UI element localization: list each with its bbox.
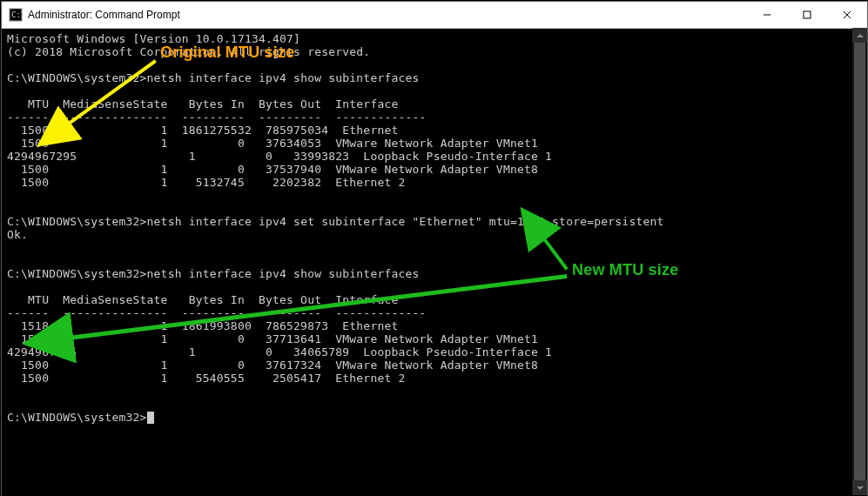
response-ok: Ok. [7, 228, 28, 241]
command-show-2: netsh interface ipv4 show subinterfaces [147, 267, 420, 280]
scroll-track[interactable] [852, 43, 867, 480]
prompt: C:\WINDOWS\system32> [7, 215, 147, 228]
vertical-scrollbar[interactable] [852, 28, 867, 495]
table-header: MTU MediaSenseState Bytes In Bytes Out I… [7, 97, 399, 111]
prompt: C:\WINDOWS\system32> [7, 411, 147, 424]
version-line: Microsoft Windows [Version 10.0.17134.40… [7, 32, 300, 45]
window-controls [747, 2, 867, 28]
window-title: Administrator: Command Prompt [28, 9, 747, 21]
maximize-button[interactable] [787, 2, 827, 28]
table-row: 1500 1 0 37617324 VMware Network Adapter… [7, 359, 538, 372]
scroll-thumb[interactable] [854, 43, 865, 480]
table-row: 1518 1 1861993800 786529873 Ethernet [7, 319, 399, 332]
cursor [147, 412, 154, 424]
copyright-line: (c) 2018 Microsoft Corporation. All righ… [7, 45, 370, 58]
prompt: C:\WINDOWS\system32> [7, 71, 147, 84]
table-row: 1500 1 5540555 2505417 Ethernet 2 [7, 372, 406, 385]
table-row: 1500 1 0 37537940 VMware Network Adapter… [7, 163, 538, 176]
svg-text:C:\: C:\ [11, 10, 23, 19]
command-show-1: netsh interface ipv4 show subinterfaces [147, 71, 420, 84]
titlebar[interactable]: C:\ Administrator: Command Prompt [2, 2, 867, 29]
table-row: 4294967295 1 0 34065789 Loopback Pseudo-… [7, 345, 552, 359]
table-row: 4294967295 1 0 33993823 Loopback Pseudo-… [7, 150, 552, 163]
table-divider: ------ --------------- --------- -------… [7, 306, 427, 319]
close-button[interactable] [827, 2, 867, 28]
table-row: 1500 1 5132745 2202382 Ethernet 2 [7, 176, 406, 189]
prompt: C:\WINDOWS\system32> [7, 267, 147, 280]
table-row: 1500 1 0 37634053 VMware Network Adapter… [7, 137, 538, 150]
cmd-icon: C:\ [9, 8, 23, 22]
table-row: 1500 1 1861275532 785975034 Ethernet [7, 124, 399, 137]
command-prompt-window: C:\ Administrator: Command Prompt Micros… [1, 1, 868, 496]
minimize-button[interactable] [747, 2, 787, 28]
terminal-output[interactable]: Microsoft Windows [Version 10.0.17134.40… [2, 29, 867, 496]
table-row: 1500 1 0 37713641 VMware Network Adapter… [7, 332, 538, 345]
table-header: MTU MediaSenseState Bytes In Bytes Out I… [7, 293, 399, 306]
scroll-down-button[interactable] [852, 480, 867, 495]
svg-rect-3 [804, 11, 811, 18]
table-divider: ------ --------------- --------- -------… [7, 111, 427, 124]
command-set: netsh interface ipv4 set subinterface "E… [147, 215, 664, 228]
scroll-up-button[interactable] [852, 28, 867, 43]
